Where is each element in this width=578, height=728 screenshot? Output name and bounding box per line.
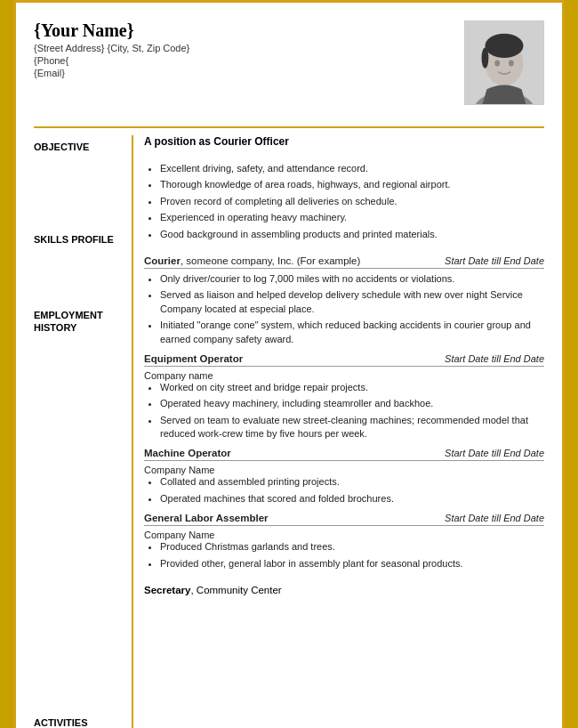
skill-item: Proven record of completing all deliveri… bbox=[160, 195, 544, 208]
skill-item: Good background in assembling products a… bbox=[160, 228, 544, 241]
labor-dates: Start Date till End Date bbox=[438, 513, 544, 523]
equipment-bullet-2: Operated heavy machinery, including stea… bbox=[160, 397, 544, 410]
job-title-machine: Machine Operator bbox=[144, 448, 231, 458]
svg-point-5 bbox=[482, 47, 489, 68]
emp-header-equipment: Equipment Operator Start Date till End D… bbox=[144, 353, 544, 367]
courier-dates: Start Date till End Date bbox=[438, 255, 544, 266]
emp-title-courier: Courier, someone company, Inc. (For exam… bbox=[144, 255, 360, 266]
job-title-courier: Courier bbox=[144, 255, 181, 266]
emp-header-labor: General Labor Assembler Start Date till … bbox=[144, 513, 544, 526]
profile-photo bbox=[464, 20, 544, 105]
objective-text: A position as Courier Officer bbox=[144, 135, 544, 148]
activities-role: Secretary bbox=[144, 585, 190, 595]
equipment-bullets: Worked on city street and bridge repair … bbox=[144, 381, 544, 441]
resume-header: {Your Name} {Street Address} {City, St, … bbox=[34, 20, 544, 112]
equipment-company: Company name bbox=[144, 370, 544, 381]
skills-label: SKILLS PROFILE bbox=[34, 233, 123, 246]
equipment-dates: Start Date till End Date bbox=[438, 353, 544, 364]
machine-bullet-2: Operated machines that scored and folded… bbox=[160, 492, 544, 506]
courier-bullet-1: Only driver/courier to log 7,000 miles w… bbox=[160, 272, 544, 286]
objective-label: OBJECTIVE bbox=[34, 141, 123, 153]
svg-point-4 bbox=[485, 34, 523, 58]
resume-page: {Your Name} {Street Address} {City, St, … bbox=[13, 0, 565, 728]
activities-label: ACTIVITIES bbox=[34, 716, 123, 728]
left-column: OBJECTIVE SKILLS PROFILE EMPLOYMENTHISTO… bbox=[34, 135, 132, 728]
main-content: OBJECTIVE SKILLS PROFILE EMPLOYMENTHISTO… bbox=[34, 135, 544, 728]
address-line: {Street Address} {City, St, Zip Code} bbox=[34, 43, 189, 53]
emp-entry-machine: Machine Operator Start Date till End Dat… bbox=[144, 448, 544, 506]
machine-company: Company Name bbox=[144, 465, 544, 475]
courier-company-inline: , someone company, Inc. (For example) bbox=[181, 255, 360, 266]
job-title-equipment: Equipment Operator bbox=[144, 353, 243, 364]
employment-label: EMPLOYMENTHISTORY bbox=[34, 309, 123, 335]
machine-dates: Start Date till End Date bbox=[438, 448, 544, 458]
job-title-labor: General Labor Assembler bbox=[144, 513, 269, 523]
labor-bullet-1: Produced Christmas garlands and trees. bbox=[160, 540, 544, 554]
courier-bullet-3: Initiated "orange cone" system, which re… bbox=[160, 319, 544, 346]
employment-section: Courier, someone company, Inc. (For exam… bbox=[144, 250, 544, 570]
activities-text: Secretary, Community Center bbox=[144, 585, 544, 595]
skills-section: Excellent driving, safety, and attendanc… bbox=[144, 157, 544, 241]
header-info: {Your Name} {Street Address} {City, St, … bbox=[34, 20, 189, 78]
skills-list: Excellent driving, safety, and attendanc… bbox=[144, 162, 544, 241]
objective-section: A position as Courier Officer bbox=[144, 135, 544, 148]
activities-detail: , Community Center bbox=[190, 585, 281, 595]
labor-company: Company Name bbox=[144, 530, 544, 540]
courier-bullet-2: Served as liaison and helped develop del… bbox=[160, 288, 544, 316]
emp-title-labor: General Labor Assembler bbox=[144, 513, 269, 523]
emp-title-equipment: Equipment Operator bbox=[144, 353, 243, 364]
photo-svg bbox=[465, 20, 543, 105]
labor-bullet-2: Provided other, general labor in assembl… bbox=[160, 557, 544, 570]
header-divider bbox=[34, 126, 544, 128]
machine-bullet-1: Collated and assembled printing projects… bbox=[160, 475, 544, 489]
labor-bullets: Produced Christmas garlands and trees. P… bbox=[144, 540, 544, 570]
right-column: A position as Courier Officer Excellent … bbox=[132, 135, 544, 728]
svg-point-6 bbox=[494, 61, 500, 67]
emp-entry-equipment: Equipment Operator Start Date till End D… bbox=[144, 353, 544, 441]
emp-header-courier: Courier, someone company, Inc. (For exam… bbox=[144, 255, 544, 269]
svg-point-7 bbox=[509, 61, 514, 67]
emp-header-machine: Machine Operator Start Date till End Dat… bbox=[144, 448, 544, 461]
equipment-bullet-3: Served on team to evaluate new street-cl… bbox=[160, 414, 544, 441]
candidate-name: {Your Name} bbox=[34, 20, 189, 41]
skill-item: Excellent driving, safety, and attendanc… bbox=[160, 162, 544, 175]
machine-bullets: Collated and assembled printing projects… bbox=[144, 475, 544, 506]
activities-section: Secretary, Community Center bbox=[144, 579, 544, 595]
skill-item: Experienced in operating heavy machinery… bbox=[160, 211, 544, 224]
phone-line: {Phone{ bbox=[34, 55, 189, 66]
emp-entry-courier: Courier, someone company, Inc. (For exam… bbox=[144, 255, 544, 346]
courier-bullets: Only driver/courier to log 7,000 miles w… bbox=[144, 272, 544, 346]
emp-title-machine: Machine Operator bbox=[144, 448, 231, 458]
skill-item: Thorough knowledge of area roads, highwa… bbox=[160, 178, 544, 191]
email-line: {Email} bbox=[34, 68, 189, 78]
emp-entry-labor: General Labor Assembler Start Date till … bbox=[144, 513, 544, 570]
equipment-bullet-1: Worked on city street and bridge repair … bbox=[160, 381, 544, 394]
